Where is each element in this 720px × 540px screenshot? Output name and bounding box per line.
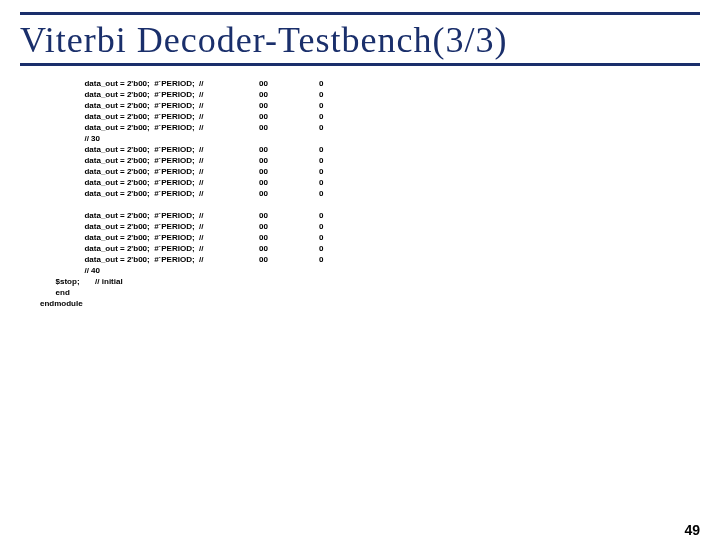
code-block: data_out = 2'b00; #`PERIOD; // 00 0 data… [40,78,720,309]
page-title: Viterbi Decoder-Testbench(3/3) [20,19,700,61]
page-number: 49 [684,522,700,538]
